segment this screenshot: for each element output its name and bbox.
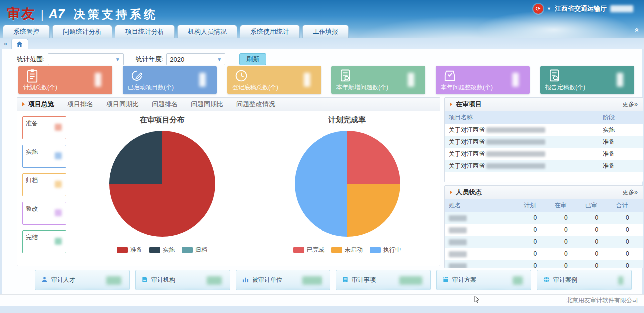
filter-row: 统计范围: ▼ 统计年度: 2020 ▼ 刷新	[17, 54, 266, 66]
legend-swatch	[182, 247, 193, 254]
refresh-button[interactable]: 刷新	[239, 54, 266, 66]
doc-search-icon	[338, 68, 352, 86]
table-row[interactable]: 0 0 0 0	[445, 224, 643, 236]
stat-value-redacted	[304, 73, 310, 87]
quick-link-value-redacted	[302, 276, 322, 285]
stat-value-redacted	[95, 73, 101, 87]
tab-issue-statistics[interactable]: 问题统计分析	[52, 25, 112, 38]
stat-card-started-projects[interactable]: 已启动项目数(个)	[123, 66, 217, 94]
panel-arrow-icon	[450, 190, 452, 194]
stage-value-redacted	[55, 152, 62, 160]
stat-card-new-issues[interactable]: 本年新增问题数(个)	[331, 66, 425, 94]
stat-card-rectified-issues[interactable]: 本年问题整改数(个)	[436, 66, 530, 94]
stat-value-redacted	[512, 73, 519, 87]
tab-work-report[interactable]: 工作填报	[302, 25, 349, 38]
notification-icon[interactable]: ⟳	[533, 4, 543, 14]
table-row[interactable]: 关于对江西省 准备	[445, 160, 643, 172]
stage-box-rectify[interactable]: 整改	[22, 202, 66, 225]
more-link[interactable]: 更多»	[622, 188, 638, 197]
stage-box-complete[interactable]: 完结	[22, 230, 66, 254]
table-row[interactable]: 0 0 0 0	[445, 236, 643, 248]
table-row[interactable]: 关于对江西省 准备	[445, 136, 643, 148]
quick-link-value-redacted	[513, 276, 523, 285]
stage-value-redacted	[55, 181, 62, 188]
stat-card-plans[interactable]: 计划总数(个)	[18, 66, 112, 94]
redacted-text	[486, 140, 545, 145]
table-row[interactable]: 0 0 0 0	[445, 248, 643, 260]
home-tab[interactable]	[11, 39, 28, 50]
report-search-icon	[547, 68, 561, 86]
redacted-name	[449, 216, 467, 222]
quick-link-audit-matters[interactable]: 审计事项	[336, 270, 431, 290]
nav-tab-bar: 系统管控 问题统计分析 项目统计分析 机构人员情况 系统使用统计 工作填报	[3, 25, 349, 38]
header-sky-background: 审友 | A7 决策支持系统 ⟳ ▼ 江西省交通运输厅 系统管控 问题统计分析 …	[0, 0, 644, 38]
scope-label: 统计范围:	[17, 55, 45, 64]
year-label: 统计年度:	[136, 55, 164, 64]
pie-pending-distribution: 在审项目分布 准备 实施 归档	[69, 112, 255, 266]
stage-box-prepare[interactable]: 准备	[22, 116, 66, 140]
tab-issue-rectification[interactable]: 问题整改情况	[236, 100, 275, 109]
bar-chart-icon	[242, 276, 249, 285]
pie-chart[interactable]	[295, 131, 400, 237]
stat-value-redacted	[408, 73, 414, 87]
footer: 北京用友审计软件有限公司	[0, 294, 644, 306]
pending-projects-panel: 在审项目 更多» 项目名称 阶段 关于对江西省 实施 关于对江西省 准备 关于对…	[444, 98, 643, 182]
double-arrow-icon[interactable]: »	[4, 40, 7, 48]
quick-link-audit-cases[interactable]: 审计案例	[537, 270, 632, 290]
panel-arrow-icon	[22, 102, 25, 106]
tab-project-ranking[interactable]: 项目排名	[67, 100, 93, 109]
stage-value-redacted	[55, 210, 62, 216]
stage-box-implement[interactable]: 实施	[22, 145, 66, 168]
chevron-down-icon: ▼	[217, 57, 222, 62]
stage-value-redacted	[55, 238, 62, 245]
scope-select[interactable]: ▼	[48, 54, 124, 66]
redacted-name	[449, 228, 467, 234]
caret-down-icon[interactable]: ▼	[547, 6, 551, 12]
staff-status-panel: 人员状态 更多» 姓名 计划 在审 已审 合计 0 0 0 0 0 0	[444, 186, 643, 268]
stat-card-final-reports[interactable]: 报告定稿数(个)	[540, 66, 634, 94]
user-area: ⟳ ▼ 江西省交通运输厅	[533, 4, 633, 14]
stage-value-redacted	[55, 124, 62, 131]
tab-system-usage[interactable]: 系统使用统计	[240, 25, 300, 38]
logo-brand: 审友	[7, 5, 36, 23]
collapse-up-icon[interactable]: «	[633, 28, 641, 32]
quick-link-audit-org[interactable]: 审计机构	[135, 270, 230, 290]
tab-org-personnel[interactable]: 机构人员情况	[177, 25, 237, 38]
tab-project-statistics[interactable]: 项目统计分析	[115, 25, 175, 38]
stage-box-archive[interactable]: 归档	[22, 174, 66, 196]
stage-box-column: 准备 实施 归档 整改 完结	[17, 112, 69, 266]
mouse-cursor	[474, 296, 480, 306]
legend-swatch	[370, 247, 381, 254]
quick-link-audited-units[interactable]: 被审计单位	[236, 270, 330, 290]
quick-link-audit-talent[interactable]: 审计人才	[35, 270, 130, 290]
chart-legend: 准备 实施 归档	[117, 246, 207, 254]
clipboard-icon	[25, 68, 39, 86]
pie-chart[interactable]	[109, 131, 215, 237]
redacted-text	[486, 128, 545, 133]
tab-system-control[interactable]: 系统管控	[3, 25, 50, 38]
table-row[interactable]: 关于对江西省 准备	[445, 148, 643, 160]
table-row[interactable]: 0 0 0 0	[445, 212, 643, 224]
legend-swatch	[293, 247, 304, 254]
tab-issue-yoy[interactable]: 问题同期比	[191, 100, 223, 109]
person-icon	[41, 276, 48, 285]
legend-swatch	[149, 247, 160, 254]
quick-link-value-redacted	[618, 276, 623, 285]
company-name: 北京用友审计软件有限公司	[566, 296, 638, 305]
more-link[interactable]: 更多»	[622, 100, 638, 109]
year-select[interactable]: 2020 ▼	[166, 54, 225, 66]
chart-legend: 已完成 未启动 执行中	[293, 246, 401, 254]
doc-icon	[342, 276, 348, 285]
globe-icon	[543, 276, 550, 285]
table-row[interactable]: 关于对江西省 实施	[445, 124, 643, 136]
tab-issue-ranking[interactable]: 问题排名	[152, 100, 178, 109]
breadcrumb-strip: »	[0, 38, 644, 50]
legend-swatch	[117, 247, 128, 254]
quick-link-audit-plans[interactable]: 审计方案	[436, 270, 531, 290]
table-row[interactable]: 0 0 0 0	[445, 260, 643, 268]
tab-project-overview[interactable]: 项目总览	[28, 100, 54, 109]
user-name-redacted[interactable]	[610, 6, 633, 12]
stat-value-redacted	[199, 73, 206, 87]
stat-card-registered-drafts[interactable]: 登记底稿总数(个)	[227, 66, 321, 94]
tab-project-yoy[interactable]: 项目同期比	[106, 100, 139, 109]
